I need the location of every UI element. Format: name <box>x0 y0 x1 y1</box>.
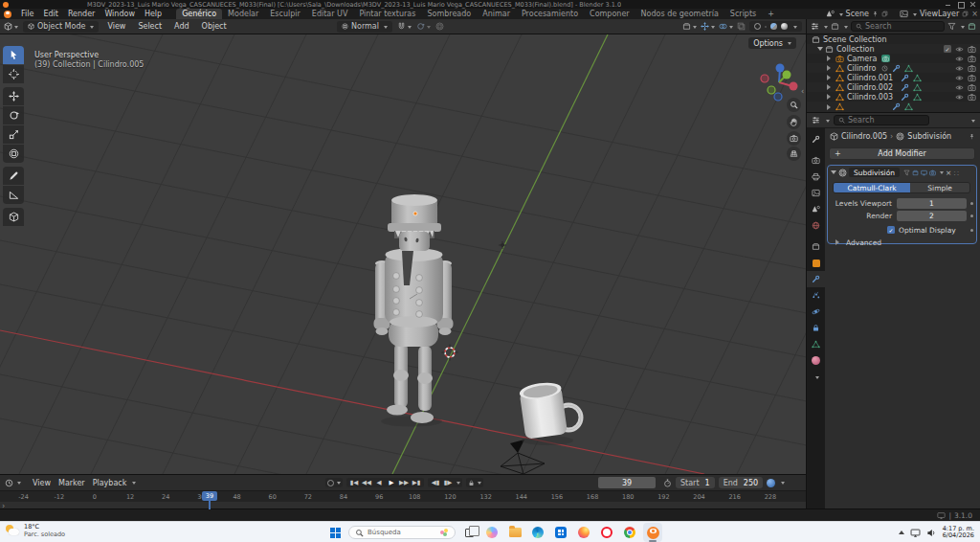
file-explorer-button[interactable] <box>505 523 524 542</box>
clock-widget[interactable]: 4:17 p. m. 6/04/2026 <box>943 526 974 540</box>
tab-scene[interactable] <box>807 201 825 217</box>
properties-search-input[interactable]: Search <box>834 115 929 125</box>
proportional-edit-toggle[interactable] <box>416 22 431 31</box>
breadcrumb-object[interactable]: Cilindro.005 <box>841 132 887 141</box>
animate-dot-icon[interactable] <box>970 215 973 217</box>
timeline-menu-view[interactable]: View <box>29 479 55 487</box>
chevron-down-icon[interactable] <box>961 26 965 31</box>
eye-icon[interactable] <box>955 55 964 63</box>
chevron-down-icon[interactable] <box>844 26 848 31</box>
network-display-icon[interactable] <box>910 528 921 538</box>
tab-constraints[interactable] <box>807 320 825 336</box>
copy-viewlayer-icon[interactable] <box>962 11 969 17</box>
lock-icon[interactable] <box>468 480 475 486</box>
eye-icon[interactable] <box>955 64 964 73</box>
new-collection-icon[interactable] <box>968 22 976 31</box>
render-visibility-icon[interactable] <box>968 45 976 54</box>
tab-particles[interactable] <box>807 287 825 304</box>
tool-transform[interactable] <box>3 145 24 163</box>
chevron-down-icon[interactable] <box>839 13 843 18</box>
outliner-search-input[interactable]: Search <box>851 21 945 32</box>
tool-scale[interactable] <box>3 125 24 144</box>
render-visibility-icon[interactable] <box>968 74 976 82</box>
snapping-toggle[interactable] <box>397 22 412 31</box>
render-visibility-icon[interactable] <box>968 64 976 73</box>
tool-move[interactable] <box>3 87 24 105</box>
play-button[interactable]: ▶ <box>386 479 397 486</box>
viewlayer-name[interactable]: ViewLayer <box>920 10 959 18</box>
modifier-name-field[interactable]: Subdivisión <box>849 168 900 177</box>
pin-icon[interactable] <box>872 11 879 17</box>
chrome-button[interactable] <box>620 523 639 542</box>
frame-forward-button[interactable]: ▮▶ <box>442 479 454 486</box>
add-modifier-button[interactable]: + Add Modifier <box>829 147 975 160</box>
chevron-down-icon[interactable] <box>824 26 828 31</box>
stopwatch-icon[interactable] <box>663 479 672 487</box>
tab-collection[interactable] <box>807 238 825 255</box>
shading-rendered-button[interactable] <box>781 23 788 30</box>
eye-icon[interactable] <box>955 45 964 54</box>
next-keyframe-button[interactable]: ▶▶ <box>398 479 410 486</box>
tool-cursor[interactable] <box>3 65 24 83</box>
menu-file[interactable]: File <box>16 10 38 18</box>
outliner-row-partial[interactable] <box>807 102 980 112</box>
close-icon[interactable] <box>969 1 976 8</box>
workspace-tab-modelar[interactable]: Modelar <box>222 9 264 19</box>
task-view-button[interactable] <box>459 523 479 542</box>
menu-render[interactable]: Render <box>63 10 100 18</box>
timeline-ruler[interactable]: -24 -12 0 12 24 36 48 60 72 84 96 108 12… <box>0 490 806 502</box>
timeline-menu-playback[interactable]: Playback <box>89 479 137 487</box>
pan-button[interactable] <box>787 115 801 129</box>
optimal-display-checkbox[interactable]: ✓ <box>887 226 895 234</box>
eye-icon[interactable] <box>955 83 964 92</box>
taskbar-search-input[interactable]: Búsqueda <box>348 526 456 539</box>
blender-taskbar-button[interactable] <box>643 523 662 542</box>
falloff-toggle[interactable] <box>435 22 444 31</box>
store-button[interactable] <box>551 523 570 542</box>
expand-icon[interactable] <box>827 75 834 80</box>
zoom-button[interactable] <box>787 98 801 112</box>
playhead-stem[interactable] <box>209 500 211 509</box>
tab-world[interactable] <box>807 217 825 234</box>
workspace-tab-editar-uv[interactable]: Editar UV <box>306 9 354 19</box>
outliner-row-scene-collection[interactable]: Scene Collection <box>807 34 980 44</box>
workspace-tab-componer[interactable]: Componer <box>584 9 635 19</box>
gizmo-z-axis[interactable] <box>776 64 785 73</box>
tool-select-box[interactable] <box>3 46 24 64</box>
levels-viewport-value[interactable]: 1 <box>897 198 967 209</box>
firefox-button[interactable] <box>574 523 593 542</box>
menu-help[interactable]: Help <box>140 10 167 18</box>
outliner-row-cilindro-002[interactable]: Cilindro.002 <box>807 82 980 92</box>
restore-icon[interactable] <box>957 1 964 8</box>
outliner-row-cilindro-003[interactable]: Cilindro.003 <box>807 92 980 102</box>
chevron-down-icon[interactable] <box>793 26 797 31</box>
timeline-editor-button[interactable] <box>0 479 21 487</box>
outliner-row-cilindro-001[interactable]: Cilindro.001 <box>807 73 980 82</box>
collapse-icon[interactable] <box>831 170 836 177</box>
copy-scene-icon[interactable] <box>881 11 888 17</box>
tab-render[interactable] <box>807 152 825 169</box>
workspace-tab-animar[interactable]: Animar <box>477 9 516 19</box>
eye-icon[interactable] <box>955 93 964 102</box>
jump-to-start-button[interactable]: ▮◀ <box>348 479 360 486</box>
realtime-display-icon[interactable] <box>921 169 927 176</box>
tab-object-data[interactable] <box>807 336 825 352</box>
workspace-tab-scripts[interactable]: Scripts <box>724 9 762 19</box>
filter-icon[interactable] <box>947 22 956 31</box>
tab-view-layer[interactable] <box>807 185 825 201</box>
transform-orientation-select[interactable]: Normal <box>337 21 392 33</box>
tab-object[interactable] <box>807 255 825 271</box>
breadcrumb-modifier[interactable]: Subdivisión <box>907 132 951 141</box>
outliner-editor-icon[interactable] <box>811 22 819 31</box>
add-workspace-button[interactable]: + <box>762 9 780 19</box>
show-gizmo-toggle[interactable] <box>701 22 715 31</box>
extras-menu-icon[interactable] <box>940 171 944 176</box>
chevron-down-icon[interactable] <box>478 482 481 486</box>
hidden-icons-chevron[interactable] <box>899 528 904 534</box>
tab-modifiers[interactable] <box>807 271 825 287</box>
speaker-icon[interactable] <box>926 528 937 538</box>
menu-view[interactable]: View <box>103 22 129 31</box>
scene-name[interactable]: Scene <box>846 10 869 18</box>
end-frame-field[interactable]: End 250 <box>719 477 763 488</box>
catmull-clark-button[interactable]: Catmull-Clark <box>834 183 910 192</box>
